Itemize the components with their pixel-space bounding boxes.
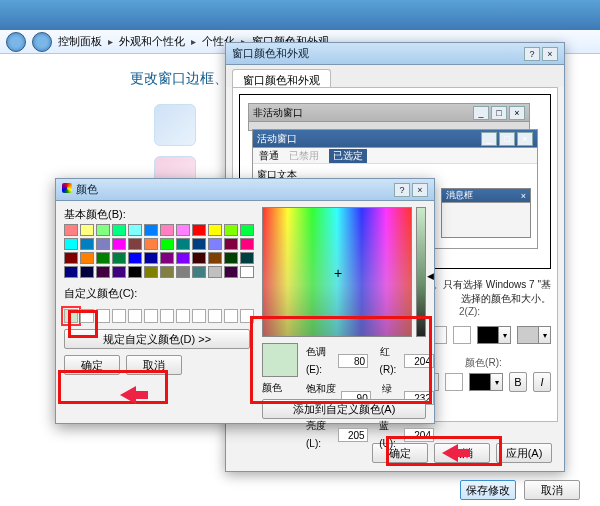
basic-color-swatch[interactable] — [208, 266, 222, 278]
basic-color-swatch[interactable] — [112, 224, 126, 236]
custom-color-slot[interactable] — [128, 309, 142, 323]
color2-button[interactable]: ▾ — [517, 326, 551, 344]
basic-color-swatch[interactable] — [96, 266, 110, 278]
basic-color-swatch[interactable] — [128, 266, 142, 278]
tab-strip: 窗口颜色和外观 — [226, 65, 564, 87]
basic-color-swatch[interactable] — [80, 266, 94, 278]
custom-color-slot[interactable] — [96, 309, 110, 323]
basic-color-swatch[interactable] — [176, 252, 190, 264]
basic-color-swatch[interactable] — [112, 266, 126, 278]
page-save-row: 保存修改 取消 — [460, 480, 580, 500]
apply-button[interactable]: 应用(A) — [496, 443, 552, 463]
forward-button[interactable] — [32, 32, 52, 52]
luminance-slider[interactable] — [416, 207, 426, 337]
basic-color-swatch[interactable] — [64, 224, 78, 236]
custom-color-slot[interactable] — [144, 309, 158, 323]
basic-color-swatch[interactable] — [112, 252, 126, 264]
back-button[interactable] — [6, 32, 26, 52]
basic-color-swatch[interactable] — [176, 266, 190, 278]
close-icon: × — [517, 132, 533, 146]
size-spin[interactable] — [453, 326, 471, 344]
hue-input[interactable] — [338, 354, 368, 368]
basic-color-swatch[interactable] — [144, 252, 158, 264]
custom-color-slot[interactable] — [160, 309, 174, 323]
custom-color-slot[interactable] — [176, 309, 190, 323]
basic-color-swatch[interactable] — [128, 252, 142, 264]
basic-color-swatch[interactable] — [240, 266, 254, 278]
basic-color-swatch[interactable] — [176, 238, 190, 250]
basic-color-swatch[interactable] — [160, 252, 174, 264]
basic-color-swatch[interactable] — [144, 266, 158, 278]
save-changes-button[interactable]: 保存修改 — [460, 480, 516, 500]
custom-color-slot[interactable] — [224, 309, 238, 323]
window-titlebar[interactable]: 窗口颜色和外观 ? × — [226, 43, 564, 65]
close-icon[interactable]: × — [412, 183, 428, 197]
basic-color-swatch[interactable] — [80, 238, 94, 250]
color1-button[interactable]: ▾ — [477, 326, 511, 344]
basic-color-swatch[interactable] — [192, 238, 206, 250]
palette-icon — [62, 183, 72, 193]
basic-color-swatch[interactable] — [144, 224, 158, 236]
basic-color-swatch[interactable] — [160, 224, 174, 236]
define-custom-button[interactable]: 规定自定义颜色(D) >> — [64, 329, 250, 349]
basic-color-swatch[interactable] — [240, 224, 254, 236]
basic-color-swatch[interactable] — [240, 238, 254, 250]
help-button[interactable]: ? — [394, 183, 410, 197]
basic-color-swatch[interactable] — [208, 224, 222, 236]
inactive-title: 非活动窗口 — [253, 106, 303, 120]
basic-color-swatch[interactable] — [192, 252, 206, 264]
basic-color-swatch[interactable] — [80, 252, 94, 264]
basic-color-swatch[interactable] — [80, 224, 94, 236]
luminance-pointer: ◀ — [427, 271, 434, 281]
basic-color-swatch[interactable] — [224, 224, 238, 236]
custom-color-slot[interactable] — [112, 309, 126, 323]
basic-color-swatch[interactable] — [96, 252, 110, 264]
basic-color-swatch[interactable] — [64, 238, 78, 250]
basic-color-swatch[interactable] — [96, 224, 110, 236]
custom-color-slot[interactable] — [80, 309, 94, 323]
custom-color-slot[interactable] — [240, 309, 254, 323]
custom-color-slot[interactable] — [64, 309, 78, 323]
basic-color-swatch[interactable] — [224, 252, 238, 264]
basic-color-swatch[interactable] — [208, 252, 222, 264]
color-ok-button[interactable]: 确定 — [64, 355, 120, 375]
basic-color-swatch[interactable] — [64, 252, 78, 264]
bold-button[interactable]: B — [509, 372, 527, 392]
page-cancel-button[interactable]: 取消 — [524, 480, 580, 500]
basic-color-swatch[interactable] — [224, 238, 238, 250]
basic-color-swatch[interactable] — [208, 238, 222, 250]
italic-button[interactable]: I — [533, 372, 551, 392]
close-icon[interactable]: × — [542, 47, 558, 61]
font-size-spin[interactable] — [445, 373, 463, 391]
basic-color-swatch[interactable] — [160, 238, 174, 250]
font-color-button[interactable]: ▾ — [469, 373, 503, 391]
r-input[interactable] — [404, 354, 434, 368]
color-titlebar[interactable]: 颜色 ? × — [56, 179, 434, 201]
minimize-icon: _ — [473, 106, 489, 120]
basic-color-swatch[interactable] — [112, 238, 126, 250]
basic-color-swatch[interactable] — [128, 224, 142, 236]
color-swatch[interactable] — [154, 104, 196, 146]
b-input[interactable] — [404, 428, 434, 442]
add-to-custom-button[interactable]: 添加到自定义颜色(A) — [262, 399, 426, 419]
basic-color-swatch[interactable] — [96, 238, 110, 250]
basic-color-swatch[interactable] — [160, 266, 174, 278]
menu-item: 普通 — [259, 149, 279, 163]
basic-color-swatch[interactable] — [224, 266, 238, 278]
custom-color-slot[interactable] — [208, 309, 222, 323]
breadcrumb-seg[interactable]: 控制面板 — [58, 34, 102, 49]
basic-color-swatch[interactable] — [192, 224, 206, 236]
custom-color-slot[interactable] — [192, 309, 206, 323]
basic-color-swatch[interactable] — [176, 224, 190, 236]
lum-input[interactable] — [338, 428, 368, 442]
basic-color-swatch[interactable] — [64, 266, 78, 278]
basic-color-swatch[interactable] — [144, 238, 158, 250]
basic-color-swatch[interactable] — [128, 238, 142, 250]
color-cancel-button[interactable]: 取消 — [126, 355, 182, 375]
help-button[interactable]: ? — [524, 47, 540, 61]
preview-message-box: 消息框× — [441, 188, 531, 238]
basic-color-swatch[interactable] — [240, 252, 254, 264]
active-title: 活动窗口 — [257, 132, 297, 146]
basic-color-swatch[interactable] — [192, 266, 206, 278]
breadcrumb-seg[interactable]: 外观和个性化 — [119, 34, 185, 49]
